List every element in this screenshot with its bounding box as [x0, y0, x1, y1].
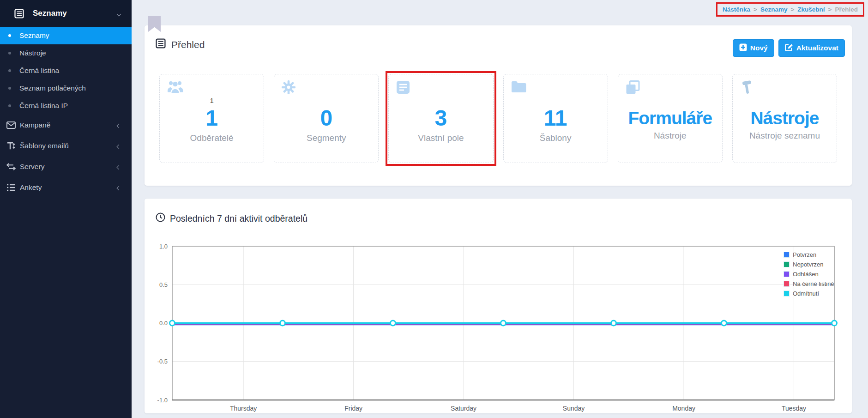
page-title-label: Přehled — [171, 39, 205, 50]
sidebar-item-label: Seznamy — [19, 31, 49, 40]
stat-card-nastroje-seznamu[interactable]: NástrojeNástroje seznamu — [732, 74, 837, 163]
breadcrumb-item-nastenka[interactable]: Nástěnka — [723, 6, 750, 13]
legend-label: Nepotvrzen — [793, 261, 823, 268]
sidebar-header-label: Seznamy — [33, 9, 67, 18]
stats-row: 11Odběratelé0Segmenty3Vlastní pole11Šabl… — [159, 74, 837, 163]
activity-line-chart: 1.00.50.0-0.5-1.0ThursdayFridaySaturdayS… — [145, 226, 852, 413]
edit-square-icon — [785, 43, 793, 53]
stat-sub-count: 1 — [210, 97, 213, 107]
svg-text:1.0: 1.0 — [159, 243, 168, 250]
stat-value: Formuláře — [628, 109, 712, 128]
bookmark-ribbon-icon — [148, 16, 161, 32]
sidebar-item-seznam-potlacenych[interactable]: Seznam potlačených — [0, 79, 132, 97]
stat-value: 3 — [435, 107, 447, 130]
stat-value: 1 — [205, 107, 218, 130]
sidebar-item-label: Ankety — [20, 183, 42, 192]
list-icon — [6, 184, 17, 191]
sidebar-item-label: Černá listina — [19, 67, 59, 75]
chevron-left-icon — [117, 163, 121, 171]
stat-card-body: 0Segmenty — [274, 74, 378, 163]
chevron-down-icon — [117, 9, 121, 18]
main-content: Nástěnka>Seznamy>Zkušební>Přehled Přehle… — [132, 0, 868, 418]
journal-icon — [156, 38, 166, 51]
legend-swatch — [784, 291, 790, 297]
sidebar-item-servery[interactable]: Servery — [0, 156, 132, 177]
svg-text:Thursday: Thursday — [230, 405, 257, 412]
bullet-icon — [8, 87, 11, 90]
chevron-left-icon — [117, 121, 121, 129]
stat-label: Odběratelé — [190, 133, 234, 143]
sidebar-item-kampane[interactable]: Kampaně — [0, 115, 132, 135]
legend-item-potvrzen: Potvrzen — [784, 250, 834, 259]
sidebar-item-label: Seznam potlačených — [19, 84, 86, 92]
clock-icon — [156, 212, 165, 224]
chevron-left-icon — [117, 183, 121, 192]
svg-text:Friday: Friday — [344, 405, 362, 412]
stat-value: 11 — [544, 107, 567, 130]
sidebar-item-label: Nástroje — [19, 49, 46, 57]
stat-label: Segmenty — [307, 133, 346, 143]
update-button[interactable]: Aktualizovat — [778, 39, 845, 57]
stat-value: 0 — [320, 107, 332, 130]
stat-label: Nástroje — [654, 131, 687, 141]
sidebar-item-cerna-listina-ip[interactable]: Černá listina IP — [0, 97, 132, 115]
stat-card-odberatele[interactable]: 11Odběratelé — [159, 74, 264, 163]
legend-item-odmitnuti: Odmítnutí — [784, 289, 834, 297]
legend-item-odhlasen: Odhlášen — [784, 270, 834, 278]
new-button[interactable]: Nový — [733, 39, 774, 57]
envelope-icon — [6, 121, 17, 129]
plus-square-icon — [739, 43, 747, 53]
sidebar-item-ankety[interactable]: Ankety — [0, 177, 132, 198]
stat-label: Vlastní pole — [418, 133, 464, 143]
sidebar-item-label: Šablony emailů — [20, 142, 69, 150]
page-title: Přehled — [156, 38, 205, 51]
legend-label: Odhlášen — [793, 271, 819, 278]
breadcrumb-separator: > — [790, 6, 794, 13]
exchange-icon — [6, 163, 17, 170]
legend-swatch — [784, 261, 790, 267]
overview-panel: Přehled Nový Aktualizovat 11Odběratelé0S… — [145, 25, 852, 186]
stat-card-nastroje[interactable]: FormulářeNástroje — [618, 74, 723, 163]
text-height-icon — [6, 142, 17, 150]
stat-card-body: 3Vlastní pole — [389, 74, 493, 163]
stat-value: Nástroje — [750, 109, 819, 128]
svg-text:Sunday: Sunday — [563, 405, 585, 412]
breadcrumb-item-zkusebni[interactable]: Zkušební — [797, 6, 825, 13]
svg-text:Saturday: Saturday — [451, 405, 476, 412]
chart-legend: PotvrzenNepotvrzenOdhlášenNa černé listi… — [784, 250, 834, 297]
sidebar-item-seznamy[interactable]: Seznamy — [0, 27, 132, 44]
sidebar-header-seznamy[interactable]: Seznamy — [0, 0, 132, 27]
stat-card-body: NástrojeNástroje seznamu — [733, 74, 837, 163]
legend-swatch — [784, 271, 790, 277]
sidebar-item-label: Černá listina IP — [19, 102, 68, 110]
activity-chart-panel: Posledních 7 dní aktivit odběratelů 1.00… — [145, 199, 852, 413]
stat-label: Šablony — [540, 133, 572, 143]
svg-text:-1.0: -1.0 — [157, 397, 168, 404]
legend-swatch — [784, 252, 790, 258]
sidebar-item-label: Kampaně — [20, 121, 50, 129]
chevron-left-icon — [117, 142, 121, 150]
bullet-icon — [8, 104, 11, 107]
svg-text:-0.5: -0.5 — [157, 358, 168, 365]
stat-card-vlastni-pole[interactable]: 3Vlastní pole — [388, 74, 493, 163]
bullet-icon — [8, 69, 11, 72]
breadcrumb-separator: > — [828, 6, 832, 13]
bullet-icon — [8, 34, 11, 37]
sidebar-item-sablony-emailu[interactable]: Šablony emailů — [0, 135, 132, 156]
legend-item-na-cerne-listine: Na černé listině — [784, 279, 834, 288]
stat-card-segmenty[interactable]: 0Segmenty — [274, 74, 379, 163]
sidebar-item-label: Servery — [20, 163, 44, 171]
svg-text:Tuesday: Tuesday — [782, 405, 806, 412]
sidebar-item-nastroje[interactable]: Nástroje — [0, 44, 132, 62]
stat-card-body: FormulářeNástroje — [618, 74, 722, 163]
breadcrumb-separator: > — [753, 6, 757, 13]
toolbar: Nový Aktualizovat — [733, 39, 845, 57]
breadcrumb-item-seznamy[interactable]: Seznamy — [760, 6, 788, 13]
svg-text:Monday: Monday — [672, 405, 695, 412]
chart-title-label: Posledních 7 dní aktivit odběratelů — [170, 213, 307, 224]
breadcrumb-item-prehled: Přehled — [835, 6, 858, 13]
legend-label: Odmítnutí — [793, 290, 819, 297]
bullet-icon — [8, 52, 11, 55]
sidebar-item-cerna-listina[interactable]: Černá listina — [0, 62, 132, 79]
stat-card-sablony[interactable]: 11Šablony — [503, 74, 608, 163]
